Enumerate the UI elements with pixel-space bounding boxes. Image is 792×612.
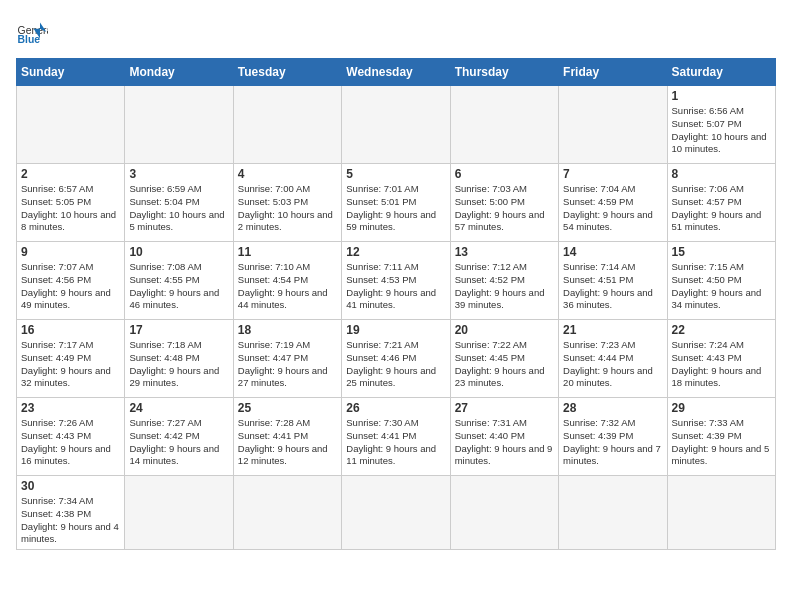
calendar-cell: 16Sunrise: 7:17 AMSunset: 4:49 PMDayligh…	[17, 320, 125, 398]
day-sun-info: Sunrise: 7:24 AMSunset: 4:43 PMDaylight:…	[672, 339, 771, 390]
day-sun-info: Sunrise: 6:56 AMSunset: 5:07 PMDaylight:…	[672, 105, 771, 156]
day-sun-info: Sunrise: 7:18 AMSunset: 4:48 PMDaylight:…	[129, 339, 228, 390]
day-number: 29	[672, 401, 771, 415]
calendar-cell	[342, 476, 450, 550]
calendar-cell	[17, 86, 125, 164]
day-sun-info: Sunrise: 7:04 AMSunset: 4:59 PMDaylight:…	[563, 183, 662, 234]
day-sun-info: Sunrise: 7:17 AMSunset: 4:49 PMDaylight:…	[21, 339, 120, 390]
calendar-cell	[125, 476, 233, 550]
day-number: 22	[672, 323, 771, 337]
day-sun-info: Sunrise: 7:00 AMSunset: 5:03 PMDaylight:…	[238, 183, 337, 234]
calendar-cell: 21Sunrise: 7:23 AMSunset: 4:44 PMDayligh…	[559, 320, 667, 398]
day-number: 8	[672, 167, 771, 181]
day-number: 18	[238, 323, 337, 337]
day-sun-info: Sunrise: 7:15 AMSunset: 4:50 PMDaylight:…	[672, 261, 771, 312]
day-sun-info: Sunrise: 7:14 AMSunset: 4:51 PMDaylight:…	[563, 261, 662, 312]
calendar-cell: 6Sunrise: 7:03 AMSunset: 5:00 PMDaylight…	[450, 164, 558, 242]
day-sun-info: Sunrise: 7:01 AMSunset: 5:01 PMDaylight:…	[346, 183, 445, 234]
calendar-cell: 22Sunrise: 7:24 AMSunset: 4:43 PMDayligh…	[667, 320, 775, 398]
day-sun-info: Sunrise: 7:23 AMSunset: 4:44 PMDaylight:…	[563, 339, 662, 390]
calendar-cell: 17Sunrise: 7:18 AMSunset: 4:48 PMDayligh…	[125, 320, 233, 398]
day-number: 30	[21, 479, 120, 493]
calendar-cell: 20Sunrise: 7:22 AMSunset: 4:45 PMDayligh…	[450, 320, 558, 398]
calendar-cell: 2Sunrise: 6:57 AMSunset: 5:05 PMDaylight…	[17, 164, 125, 242]
day-number: 4	[238, 167, 337, 181]
day-number: 26	[346, 401, 445, 415]
calendar-cell: 1Sunrise: 6:56 AMSunset: 5:07 PMDaylight…	[667, 86, 775, 164]
day-number: 17	[129, 323, 228, 337]
calendar-cell: 12Sunrise: 7:11 AMSunset: 4:53 PMDayligh…	[342, 242, 450, 320]
day-sun-info: Sunrise: 7:03 AMSunset: 5:00 PMDaylight:…	[455, 183, 554, 234]
calendar-cell: 13Sunrise: 7:12 AMSunset: 4:52 PMDayligh…	[450, 242, 558, 320]
day-sun-info: Sunrise: 7:28 AMSunset: 4:41 PMDaylight:…	[238, 417, 337, 468]
day-number: 13	[455, 245, 554, 259]
day-number: 21	[563, 323, 662, 337]
day-number: 1	[672, 89, 771, 103]
calendar-cell: 30Sunrise: 7:34 AMSunset: 4:38 PMDayligh…	[17, 476, 125, 550]
day-header-wednesday: Wednesday	[342, 59, 450, 86]
calendar-table: SundayMondayTuesdayWednesdayThursdayFrid…	[16, 58, 776, 550]
day-number: 23	[21, 401, 120, 415]
day-header-tuesday: Tuesday	[233, 59, 341, 86]
logo: General Blue	[16, 16, 48, 48]
calendar-cell: 9Sunrise: 7:07 AMSunset: 4:56 PMDaylight…	[17, 242, 125, 320]
day-sun-info: Sunrise: 7:21 AMSunset: 4:46 PMDaylight:…	[346, 339, 445, 390]
day-number: 16	[21, 323, 120, 337]
day-sun-info: Sunrise: 7:26 AMSunset: 4:43 PMDaylight:…	[21, 417, 120, 468]
day-number: 3	[129, 167, 228, 181]
page-header: General Blue	[16, 16, 776, 48]
day-number: 15	[672, 245, 771, 259]
calendar-cell	[233, 476, 341, 550]
day-sun-info: Sunrise: 7:32 AMSunset: 4:39 PMDaylight:…	[563, 417, 662, 468]
day-number: 20	[455, 323, 554, 337]
day-header-monday: Monday	[125, 59, 233, 86]
day-number: 14	[563, 245, 662, 259]
day-sun-info: Sunrise: 7:27 AMSunset: 4:42 PMDaylight:…	[129, 417, 228, 468]
day-number: 7	[563, 167, 662, 181]
day-number: 2	[21, 167, 120, 181]
day-number: 6	[455, 167, 554, 181]
calendar-cell: 24Sunrise: 7:27 AMSunset: 4:42 PMDayligh…	[125, 398, 233, 476]
day-sun-info: Sunrise: 7:12 AMSunset: 4:52 PMDaylight:…	[455, 261, 554, 312]
calendar-cell: 19Sunrise: 7:21 AMSunset: 4:46 PMDayligh…	[342, 320, 450, 398]
day-number: 5	[346, 167, 445, 181]
general-blue-icon: General Blue	[16, 16, 48, 48]
day-sun-info: Sunrise: 7:07 AMSunset: 4:56 PMDaylight:…	[21, 261, 120, 312]
day-header-friday: Friday	[559, 59, 667, 86]
day-sun-info: Sunrise: 7:33 AMSunset: 4:39 PMDaylight:…	[672, 417, 771, 468]
day-sun-info: Sunrise: 6:57 AMSunset: 5:05 PMDaylight:…	[21, 183, 120, 234]
day-sun-info: Sunrise: 7:10 AMSunset: 4:54 PMDaylight:…	[238, 261, 337, 312]
calendar-cell	[450, 476, 558, 550]
day-sun-info: Sunrise: 7:30 AMSunset: 4:41 PMDaylight:…	[346, 417, 445, 468]
calendar-cell: 3Sunrise: 6:59 AMSunset: 5:04 PMDaylight…	[125, 164, 233, 242]
day-number: 9	[21, 245, 120, 259]
calendar-cell: 29Sunrise: 7:33 AMSunset: 4:39 PMDayligh…	[667, 398, 775, 476]
calendar-cell: 5Sunrise: 7:01 AMSunset: 5:01 PMDaylight…	[342, 164, 450, 242]
day-sun-info: Sunrise: 7:11 AMSunset: 4:53 PMDaylight:…	[346, 261, 445, 312]
day-number: 10	[129, 245, 228, 259]
calendar-cell	[450, 86, 558, 164]
day-number: 28	[563, 401, 662, 415]
calendar-cell: 25Sunrise: 7:28 AMSunset: 4:41 PMDayligh…	[233, 398, 341, 476]
day-number: 19	[346, 323, 445, 337]
calendar-cell: 18Sunrise: 7:19 AMSunset: 4:47 PMDayligh…	[233, 320, 341, 398]
day-number: 27	[455, 401, 554, 415]
day-sun-info: Sunrise: 7:31 AMSunset: 4:40 PMDaylight:…	[455, 417, 554, 468]
calendar-cell	[233, 86, 341, 164]
svg-text:Blue: Blue	[18, 34, 41, 45]
calendar-cell: 28Sunrise: 7:32 AMSunset: 4:39 PMDayligh…	[559, 398, 667, 476]
calendar-cell	[342, 86, 450, 164]
day-sun-info: Sunrise: 6:59 AMSunset: 5:04 PMDaylight:…	[129, 183, 228, 234]
day-number: 24	[129, 401, 228, 415]
calendar-cell: 14Sunrise: 7:14 AMSunset: 4:51 PMDayligh…	[559, 242, 667, 320]
day-number: 11	[238, 245, 337, 259]
day-number: 12	[346, 245, 445, 259]
calendar-cell: 10Sunrise: 7:08 AMSunset: 4:55 PMDayligh…	[125, 242, 233, 320]
calendar-cell: 11Sunrise: 7:10 AMSunset: 4:54 PMDayligh…	[233, 242, 341, 320]
calendar-cell: 26Sunrise: 7:30 AMSunset: 4:41 PMDayligh…	[342, 398, 450, 476]
day-sun-info: Sunrise: 7:06 AMSunset: 4:57 PMDaylight:…	[672, 183, 771, 234]
day-sun-info: Sunrise: 7:34 AMSunset: 4:38 PMDaylight:…	[21, 495, 120, 546]
day-header-sunday: Sunday	[17, 59, 125, 86]
day-header-thursday: Thursday	[450, 59, 558, 86]
calendar-cell	[667, 476, 775, 550]
